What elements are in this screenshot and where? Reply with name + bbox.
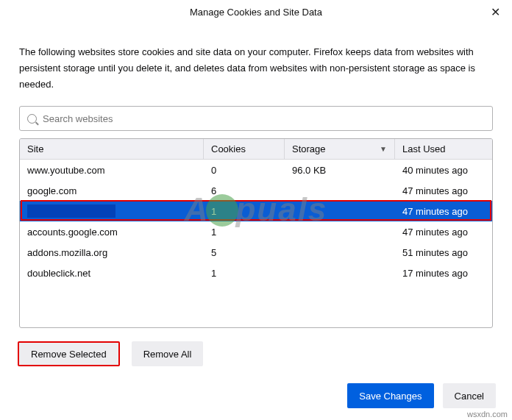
search-field[interactable] (19, 106, 493, 131)
col-header-site[interactable]: Site (20, 139, 204, 159)
table-row[interactable]: google.com647 minutes ago (20, 180, 492, 201)
site-data-table: Site Cookies Storage ▼ Last Used www.you… (19, 138, 493, 328)
remove-selected-button[interactable]: Remove Selected (18, 341, 120, 366)
search-input[interactable] (43, 113, 485, 124)
cell-last-used: 47 minutes ago (395, 221, 492, 242)
col-header-cookies-label: Cookies (211, 143, 246, 154)
search-icon (27, 114, 37, 124)
cell-site: addons.mozilla.org (20, 242, 204, 263)
table-row[interactable]: www.youtube.com096.0 KB40 minutes ago (20, 160, 492, 180)
table-row[interactable]: doubleclick.net117 minutes ago (20, 263, 492, 283)
cell-cookies: 0 (204, 160, 285, 180)
cell-storage (285, 242, 395, 263)
remove-selected-label: Remove Selected (31, 349, 107, 360)
sort-desc-icon: ▼ (380, 145, 387, 153)
cell-last-used: 51 minutes ago (395, 242, 492, 263)
col-header-storage[interactable]: Storage ▼ (285, 139, 395, 159)
cell-site: www.youtube.com (20, 160, 204, 180)
cancel-button[interactable]: Cancel (443, 383, 496, 408)
remove-all-label: Remove All (143, 349, 192, 360)
cell-site: doubleclick.net (20, 263, 204, 283)
col-header-storage-label: Storage (292, 143, 326, 154)
col-header-cookies[interactable]: Cookies (204, 139, 285, 159)
table-row[interactable]: 147 minutes ago (20, 201, 492, 221)
cell-cookies: 1 (204, 201, 285, 221)
cell-cookies: 1 (204, 221, 285, 242)
cell-storage (285, 263, 395, 283)
save-changes-label: Save Changes (359, 391, 422, 402)
cell-cookies: 6 (204, 180, 285, 201)
cell-last-used: 47 minutes ago (395, 180, 492, 201)
cell-last-used: 17 minutes ago (395, 263, 492, 283)
col-header-site-label: Site (27, 143, 43, 154)
close-button[interactable]: ✕ (478, 0, 512, 24)
cell-storage (285, 221, 395, 242)
cancel-label: Cancel (455, 391, 484, 402)
redacted-site-block (27, 204, 115, 218)
cell-storage (285, 180, 395, 201)
cell-cookies: 5 (204, 242, 285, 263)
save-changes-button[interactable]: Save Changes (347, 383, 433, 408)
cell-site: accounts.google.com (20, 221, 204, 242)
cell-storage: 96.0 KB (285, 160, 395, 180)
cell-last-used: 40 minutes ago (395, 160, 492, 180)
cell-site: google.com (20, 180, 204, 201)
table-header: Site Cookies Storage ▼ Last Used (20, 139, 492, 160)
remove-all-button[interactable]: Remove All (132, 341, 204, 366)
table-row[interactable]: accounts.google.com147 minutes ago (20, 221, 492, 242)
dialog-title: Manage Cookies and Site Data (190, 7, 322, 18)
source-label: wsxdn.com (467, 410, 508, 419)
table-row[interactable]: addons.mozilla.org551 minutes ago (20, 242, 492, 263)
cell-storage (285, 201, 395, 221)
cell-cookies: 1 (204, 263, 285, 283)
table-body: www.youtube.com096.0 KB40 minutes agogoo… (20, 160, 492, 283)
col-header-last-used-label: Last Used (402, 143, 446, 154)
close-icon: ✕ (491, 5, 500, 19)
cell-last-used: 47 minutes ago (395, 201, 492, 221)
dialog-titlebar: Manage Cookies and Site Data ✕ (0, 0, 512, 24)
intro-text: The following websites store cookies and… (19, 44, 493, 93)
col-header-last-used[interactable]: Last Used (395, 139, 492, 159)
